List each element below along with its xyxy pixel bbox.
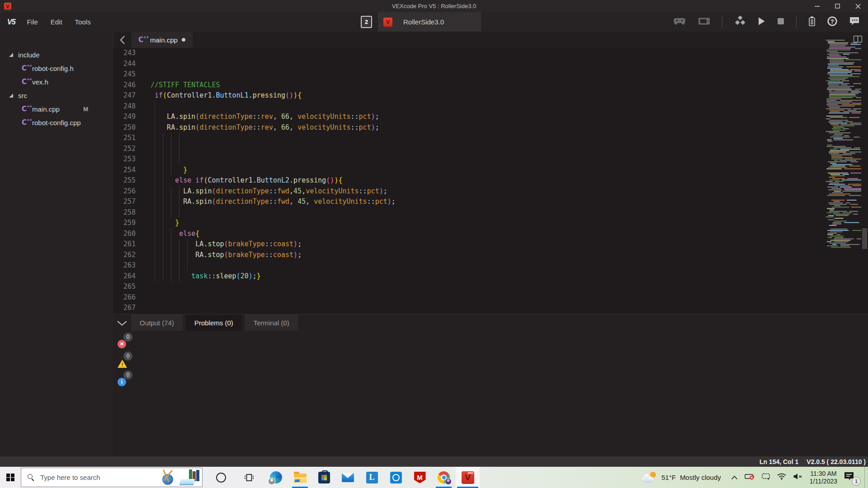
code-text: if(Controller1.ButtonL1.pressing()){	[136, 90, 302, 101]
line-number: 254	[113, 165, 136, 176]
collapse-panel-icon[interactable]	[117, 320, 127, 328]
code-line: 256 LA.spin(directionType::fwd,45,veloci…	[113, 186, 868, 197]
code-line: 264 task::sleep(20);}	[113, 271, 868, 282]
line-number: 245	[113, 69, 136, 80]
code-line: 244	[113, 59, 868, 70]
code-text	[136, 101, 151, 112]
expand-arrow-icon[interactable]	[9, 94, 13, 98]
indent-guide	[163, 218, 163, 229]
mail-taskbar-button[interactable]	[336, 467, 360, 488]
panel-tab-problems[interactable]: Problems (0)	[186, 314, 242, 331]
show-desktop-button[interactable]	[864, 467, 868, 488]
cortana-icon[interactable]	[216, 473, 226, 483]
menu-edit[interactable]: Edit	[44, 12, 69, 32]
weather-widget[interactable]: 51°F Mostly cloudy	[642, 472, 721, 483]
error-icon	[118, 340, 126, 348]
project-chip[interactable]: V RollerSide3.0	[378, 12, 481, 32]
device-toolbar: ?	[673, 16, 860, 28]
menu-file[interactable]: File	[21, 12, 44, 32]
search-icon	[27, 474, 35, 481]
project-name: RollerSide3.0	[403, 18, 444, 26]
slot-number-icon[interactable]: 2	[361, 16, 372, 28]
line-number: 257	[113, 197, 136, 207]
indent-guide	[179, 186, 179, 197]
cpp-file-icon	[22, 64, 29, 72]
tray-chevron-up-icon[interactable]	[731, 474, 738, 482]
indent-guide	[155, 144, 155, 155]
vexcode-taskbar-button[interactable]: VPRO	[456, 467, 480, 488]
code-text: else{	[136, 229, 199, 239]
battery-icon[interactable]	[808, 16, 816, 28]
tree-folder-src[interactable]: src	[0, 89, 113, 102]
line-number: 260	[113, 229, 136, 239]
alexa-taskbar-button[interactable]	[384, 467, 408, 488]
minimap[interactable]	[825, 38, 861, 314]
indent-guide	[155, 197, 155, 207]
wireless-display-icon[interactable]	[762, 473, 770, 482]
ms-store-taskbar-button[interactable]	[312, 467, 336, 488]
task-view-icon[interactable]	[244, 474, 254, 482]
panel-tab-output[interactable]: Output (74)	[131, 314, 183, 331]
modified-dot-icon[interactable]	[182, 38, 185, 42]
tree-file-robot-config-cpp[interactable]: robot-config.cpp	[0, 116, 113, 129]
download-icon[interactable]	[734, 16, 746, 28]
taskbar-right: 51°F Mostly cloudy 11:30 AM 1/11/2023 1	[642, 467, 868, 488]
maximize-button[interactable]	[827, 0, 848, 12]
edge-taskbar-button[interactable]	[264, 467, 288, 488]
line-number: 265	[113, 282, 136, 292]
code-editor[interactable]: 243244245246//STIFF TENTACLES247 if(Cont…	[113, 48, 868, 314]
stop-icon[interactable]	[777, 18, 784, 27]
code-line: 249 LA.spin(directionType::rev, 66, velo…	[113, 112, 868, 122]
taskbar-clock[interactable]: 11:30 AM 1/11/2023	[810, 470, 837, 485]
file-tree: includerobot-config.hvex.hsrcmain.cppMro…	[0, 32, 113, 129]
code-line: 253	[113, 154, 868, 165]
play-icon[interactable]	[758, 17, 765, 28]
info-stat: 0	[118, 371, 137, 387]
tree-file-robot-config-h[interactable]: robot-config.h	[0, 61, 113, 75]
close-button[interactable]	[848, 0, 868, 12]
warning-icon	[118, 360, 127, 368]
brain-icon[interactable]	[698, 17, 710, 28]
code-line: 266	[113, 292, 868, 303]
code-line: 261 LA.stop(brakeType::coast);	[113, 239, 868, 250]
wifi-icon[interactable]	[777, 473, 786, 482]
code-text: RA.stop(brakeType::coast);	[136, 250, 302, 261]
lenovo-taskbar-button[interactable]: L	[360, 467, 384, 488]
indent-guide	[155, 250, 155, 261]
svg-text:?: ?	[830, 18, 834, 24]
file-explorer-taskbar-button[interactable]	[288, 467, 312, 488]
vex-project-icon: V	[383, 18, 392, 27]
chrome-taskbar-button[interactable]	[432, 467, 456, 488]
controller-icon[interactable]	[673, 17, 686, 28]
editor-scrollbar[interactable]	[862, 228, 867, 249]
tree-file-vex-h[interactable]: vex.h	[0, 75, 113, 89]
battery-alert-icon[interactable]	[745, 473, 755, 482]
ms-store-icon	[318, 472, 330, 483]
bing-doodle-icon[interactable]	[161, 469, 201, 485]
menu-tools[interactable]: Tools	[69, 12, 97, 32]
indent-guide	[163, 271, 163, 282]
cursor-position[interactable]: Ln 154, Col 1	[760, 458, 798, 465]
volume-muted-icon[interactable]	[793, 473, 802, 482]
back-button[interactable]	[113, 32, 131, 48]
start-button[interactable]	[0, 467, 21, 488]
title-bar[interactable]: V VEXcode Pro V5 : RollerSide3.0	[0, 0, 868, 12]
feedback-icon[interactable]	[849, 16, 860, 28]
folder-name: src	[18, 92, 27, 99]
tab-main-cpp[interactable]: main.cpp	[131, 32, 193, 48]
taskbar-search[interactable]: Type here to search	[21, 468, 203, 487]
code-area[interactable]: 243244245246//STIFF TENTACLES247 if(Cont…	[113, 48, 868, 314]
action-center-button[interactable]: 1	[844, 469, 861, 487]
tree-file-main-cpp[interactable]: main.cppM	[0, 102, 113, 116]
indent-guide	[155, 154, 155, 165]
vex-v5-logo-icon: V5	[7, 18, 15, 26]
help-icon[interactable]: ?	[827, 16, 837, 28]
problem-stats: 0 0 0	[118, 333, 137, 387]
tree-folder-include[interactable]: include	[0, 48, 113, 61]
indent-guide	[171, 207, 171, 218]
minimize-button[interactable]	[807, 0, 827, 12]
panel-tab-terminal[interactable]: Terminal (0)	[245, 314, 298, 331]
indent-guide	[163, 154, 163, 165]
expand-arrow-icon[interactable]	[9, 53, 13, 57]
mcafee-taskbar-button[interactable]: M	[408, 467, 432, 488]
